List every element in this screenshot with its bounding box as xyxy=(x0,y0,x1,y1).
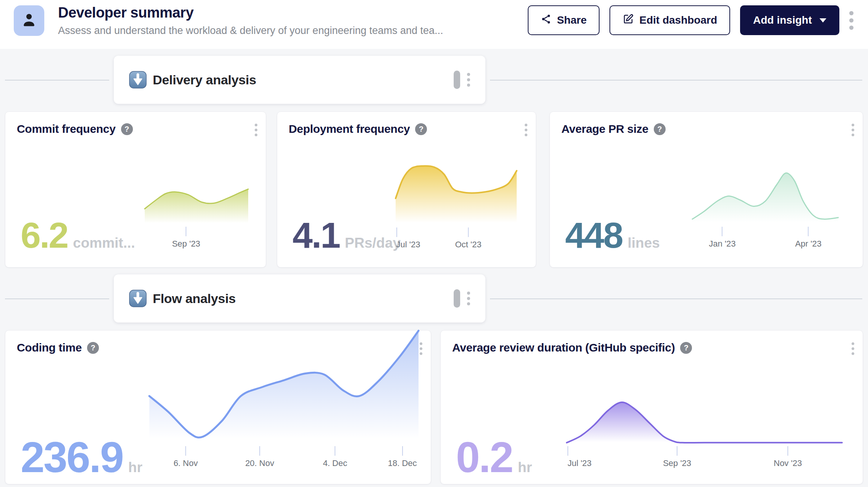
header-actions: Share Edit dashboard Add insight xyxy=(528,5,853,35)
help-icon[interactable]: ? xyxy=(654,123,666,135)
metric-value: 6.2 xyxy=(21,221,68,249)
section-menu-icon[interactable] xyxy=(467,290,470,306)
edit-dashboard-button-label: Edit dashboard xyxy=(639,14,717,26)
axis-tick: Jul '23 xyxy=(567,446,592,468)
area-chart-svg xyxy=(396,165,517,226)
card-menu-icon[interactable] xyxy=(852,341,854,356)
help-icon[interactable]: ? xyxy=(415,123,427,135)
help-icon[interactable]: ? xyxy=(121,123,133,135)
metric-value: 4.1 xyxy=(293,221,339,249)
edit-dashboard-button[interactable]: Edit dashboard xyxy=(609,5,730,35)
card-deployment-frequency: Deployment frequency ? 4.1 PRs/day Jul '… xyxy=(277,111,536,268)
card-coding-time: Coding time ? 236.9 hr 6. Nov20. Nov4. D… xyxy=(5,330,431,484)
axis-tick: 6. Nov xyxy=(173,446,198,468)
coding-time-chart[interactable]: 6. Nov20. Nov4. Dec18. Dec xyxy=(149,330,419,444)
page-title: Developer summary xyxy=(58,5,443,21)
metric-value: 236.9 xyxy=(21,441,123,474)
metric-unit: hr xyxy=(518,460,532,476)
axis-tick: Sep '23 xyxy=(172,227,200,249)
average-review-duration-chart[interactable]: Jul '23Sep '23Nov '23 xyxy=(567,402,842,444)
share-button[interactable]: Share xyxy=(528,5,600,35)
commit-frequency-chart[interactable]: Sep '23 xyxy=(145,189,248,225)
section-title: Delivery analysis xyxy=(153,73,256,87)
dashboard-menu-icon[interactable] xyxy=(849,10,853,31)
page-header: Developer summary Assess and understand … xyxy=(0,0,868,49)
axis-tick: Jan '23 xyxy=(709,227,735,249)
card-title: Commit frequency xyxy=(17,123,116,135)
section-header-delivery-analysis: Delivery analysis xyxy=(114,56,485,104)
area-chart-svg xyxy=(567,402,842,444)
help-icon[interactable]: ? xyxy=(680,342,692,354)
share-button-label: Share xyxy=(557,14,587,26)
section-divider xyxy=(5,298,109,299)
down-arrow-emoji-icon xyxy=(129,71,147,89)
add-insight-button[interactable]: Add insight xyxy=(740,5,839,35)
card-average-pr-size: Average PR size ? 448 lines Jan '23Apr '… xyxy=(550,111,863,268)
card-title: Average review duration (GitHub specific… xyxy=(452,341,675,354)
axis-tick: 20. Nov xyxy=(245,446,274,468)
down-arrow-emoji-icon xyxy=(129,290,147,307)
card-title: Coding time xyxy=(17,341,82,354)
axis-tick: Nov '23 xyxy=(774,446,802,468)
edit-icon xyxy=(622,13,634,27)
average-pr-size-chart[interactable]: Jan '23Apr '23 xyxy=(692,173,838,225)
axis-tick: Jul '23 xyxy=(396,227,420,250)
card-menu-icon[interactable] xyxy=(852,123,854,137)
axis-tick: 4. Dec xyxy=(323,446,348,468)
card-title: Average PR size xyxy=(561,123,648,135)
card-menu-icon[interactable] xyxy=(420,341,422,356)
dashboard-page: Developer summary Assess and understand … xyxy=(0,0,868,487)
avatar xyxy=(14,5,44,36)
axis-tick: Sep '23 xyxy=(663,446,691,468)
card-commit-frequency: Commit frequency ? 6.2 commit... Sep '23 xyxy=(5,111,266,268)
area-chart-svg xyxy=(149,330,419,444)
section-divider xyxy=(490,298,862,299)
section-menu-icon[interactable] xyxy=(467,72,470,88)
area-chart-svg xyxy=(145,189,248,225)
drag-handle[interactable] xyxy=(454,289,460,308)
metric-unit: PRs/day xyxy=(345,235,401,251)
add-insight-button-label: Add insight xyxy=(753,14,812,26)
deployment-frequency-chart[interactable]: Jul '23Oct '23 xyxy=(396,165,517,226)
axis-tick: Oct '23 xyxy=(455,227,482,250)
axis-tick: Apr '23 xyxy=(795,227,821,249)
section-divider xyxy=(5,80,109,81)
chevron-down-icon xyxy=(820,18,826,23)
drag-handle[interactable] xyxy=(454,71,460,89)
area-chart-svg xyxy=(692,173,838,225)
section-title: Flow analysis xyxy=(153,291,236,306)
metric-unit: lines xyxy=(628,235,660,251)
section-divider xyxy=(490,80,862,81)
axis-tick: 18. Dec xyxy=(388,446,417,468)
page-subtitle: Assess and understand the workload & del… xyxy=(58,25,443,37)
metric-unit: commit... xyxy=(73,235,135,251)
card-average-review-duration: Average review duration (GitHub specific… xyxy=(440,330,863,484)
help-icon[interactable]: ? xyxy=(87,342,99,354)
share-icon xyxy=(541,14,551,27)
section-header-flow-analysis: Flow analysis xyxy=(114,274,485,323)
card-menu-icon[interactable] xyxy=(255,123,257,137)
card-title: Deployment frequency xyxy=(289,123,410,135)
card-menu-icon[interactable] xyxy=(525,123,527,137)
person-icon xyxy=(20,11,38,30)
metric-value: 448 xyxy=(565,221,622,249)
metric-unit: hr xyxy=(128,460,142,476)
metric-value: 0.2 xyxy=(456,441,512,474)
